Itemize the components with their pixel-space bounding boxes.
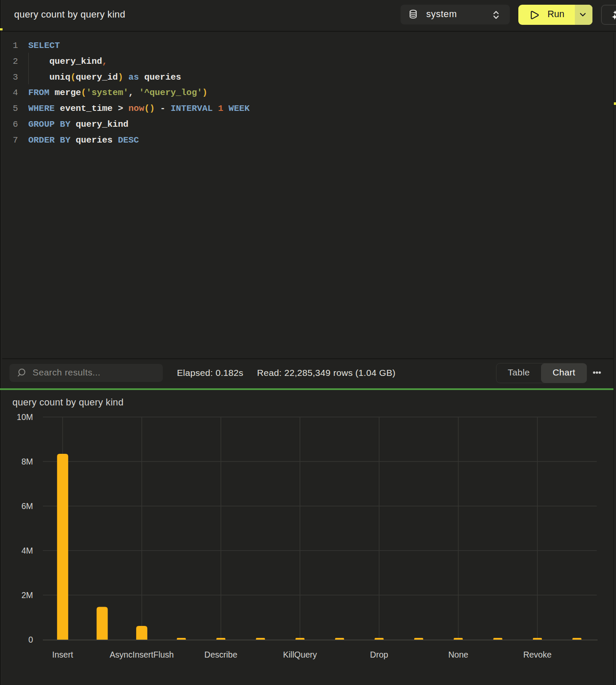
svg-text:Drop: Drop bbox=[370, 650, 388, 659]
svg-text:None: None bbox=[448, 650, 468, 659]
svg-text:AsyncInsertFlush: AsyncInsertFlush bbox=[110, 650, 174, 659]
svg-text:8M: 8M bbox=[21, 457, 33, 466]
svg-text:Revoke: Revoke bbox=[523, 650, 551, 659]
svg-text:Describe: Describe bbox=[204, 650, 237, 659]
svg-text:KillQuery: KillQuery bbox=[283, 650, 317, 659]
svg-text:Insert: Insert bbox=[52, 650, 73, 659]
svg-text:10M: 10M bbox=[17, 412, 33, 422]
svg-text:4M: 4M bbox=[21, 546, 33, 555]
svg-text:0: 0 bbox=[28, 635, 33, 644]
svg-text:2M: 2M bbox=[21, 590, 33, 600]
svg-text:6M: 6M bbox=[21, 501, 33, 511]
